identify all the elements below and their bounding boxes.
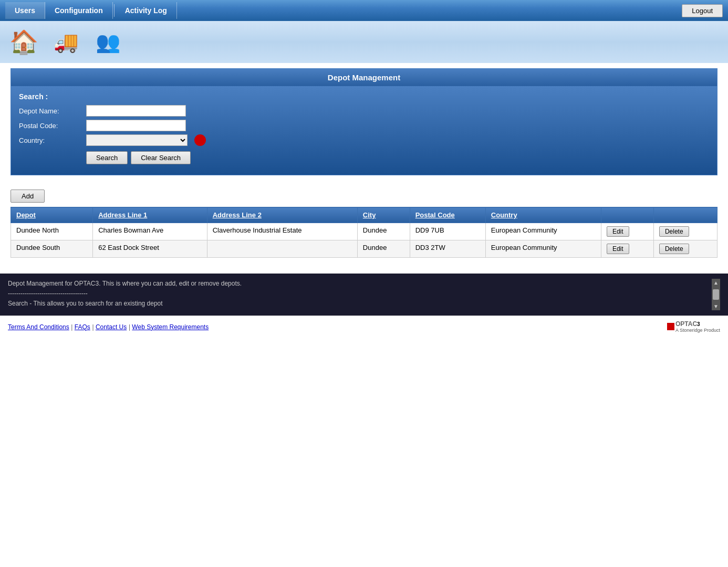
optac-logo-text: OPTAC xyxy=(675,320,697,328)
cell-postal: DD9 7UB xyxy=(410,223,485,240)
cell-country: European Community xyxy=(485,223,601,240)
depot-name-row: Depot Name: xyxy=(19,105,709,117)
main-content: Depot Management Search : Depot Name: Po… xyxy=(0,63,728,263)
search-button[interactable]: Search xyxy=(86,151,128,164)
terms-link[interactable]: Terms And Conditions xyxy=(8,323,69,331)
footer-text: Depot Management for OPTAC3. This is whe… xyxy=(8,279,712,309)
cell-country: European Community xyxy=(485,240,601,258)
cell-depot: Dundee North xyxy=(11,223,93,240)
cell-delete: Delete xyxy=(653,223,717,240)
table-header-row: Depot Address Line 1 Address Line 2 City… xyxy=(11,207,717,223)
cell-city: Dundee xyxy=(357,240,410,258)
cell-address1: 62 East Dock Street xyxy=(93,240,207,258)
optac-logo-sup: 3 xyxy=(697,321,700,327)
country-row: Country: European Community xyxy=(19,134,709,146)
search-buttons: Search Clear Search xyxy=(86,151,709,164)
footer-info-box: Depot Management for OPTAC3. This is whe… xyxy=(0,274,728,316)
edit-button[interactable]: Edit xyxy=(607,226,629,237)
nav-tab-activity-log[interactable]: Activity Log xyxy=(116,2,177,19)
delete-button[interactable]: Delete xyxy=(659,226,689,237)
cell-address1: Charles Bowman Ave xyxy=(93,223,207,240)
postal-code-row: Postal Code: xyxy=(19,120,709,131)
faqs-link[interactable]: FAQs xyxy=(75,323,90,331)
panel-title: Depot Management xyxy=(11,69,717,86)
cell-edit: Edit xyxy=(601,223,653,240)
table-row: Dundee South 62 East Dock Street Dundee … xyxy=(11,240,717,258)
table-row: Dundee North Charles Bowman Ave Claverho… xyxy=(11,223,717,240)
depots-table: Depot Address Line 1 Address Line 2 City… xyxy=(11,207,717,258)
depot-name-label: Depot Name: xyxy=(19,107,82,115)
search-heading: Search : xyxy=(19,92,709,101)
col-postal[interactable]: Postal Code xyxy=(410,207,485,223)
delete-button[interactable]: Delete xyxy=(659,244,689,254)
col-delete-header xyxy=(653,207,717,223)
footer-links-bar: Terms And Conditions | FAQs | Contact Us… xyxy=(0,316,728,337)
search-form: Depot Name: Postal Code: Country: Europe… xyxy=(19,105,709,164)
col-address1[interactable]: Address Line 1 xyxy=(93,207,207,223)
country-select[interactable]: European Community xyxy=(86,134,188,146)
cell-depot: Dundee South xyxy=(11,240,93,258)
contact-link[interactable]: Contact Us xyxy=(96,323,127,331)
cell-delete: Delete xyxy=(653,240,717,258)
depot-management-panel: Depot Management Search : Depot Name: Po… xyxy=(11,68,717,175)
logout-button[interactable]: Logout xyxy=(682,4,723,17)
nav-divider xyxy=(114,4,115,17)
add-button[interactable]: Add xyxy=(11,190,45,203)
people-icon[interactable]: 👥 xyxy=(92,26,123,58)
postal-code-input[interactable] xyxy=(86,120,186,131)
cell-postal: DD3 2TW xyxy=(410,240,485,258)
col-depot[interactable]: Depot xyxy=(11,207,93,223)
home-icon[interactable]: 🏠 xyxy=(8,26,39,58)
nav-tab-users[interactable]: Users xyxy=(5,2,45,19)
country-label: Country: xyxy=(19,136,82,144)
depot-name-input[interactable] xyxy=(86,105,186,117)
col-city[interactable]: City xyxy=(357,207,410,223)
optac-logo-sub: A Stoneridge Product xyxy=(675,328,720,333)
nav-tab-configuration[interactable]: Configuration xyxy=(45,2,113,19)
col-country[interactable]: Country xyxy=(485,207,601,223)
cell-address2 xyxy=(207,240,357,258)
cell-city: Dundee xyxy=(357,223,410,240)
clear-search-button[interactable]: Clear Search xyxy=(131,151,191,164)
edit-button[interactable]: Edit xyxy=(607,244,629,254)
optac-logo-info: OPTAC 3 A Stoneridge Product xyxy=(675,320,720,333)
cell-edit: Edit xyxy=(601,240,653,258)
optac-logo-box xyxy=(667,323,674,330)
footer-scrollbar[interactable]: ▲ ▼ xyxy=(712,279,720,310)
panel-body: Search : Depot Name: Postal Code: Countr… xyxy=(11,86,717,175)
col-address2[interactable]: Address Line 2 xyxy=(207,207,357,223)
truck-icon[interactable]: 🚚 xyxy=(50,26,81,58)
col-edit-header xyxy=(601,207,653,223)
postal-code-label: Postal Code: xyxy=(19,122,82,130)
top-navigation: Users Configuration Activity Log Logout xyxy=(0,0,728,21)
footer-links-left: Terms And Conditions | FAQs | Contact Us… xyxy=(8,323,209,331)
icon-bar: 🏠 🚚 👥 xyxy=(0,21,728,63)
optac-logo: OPTAC 3 A Stoneridge Product xyxy=(667,320,720,333)
cursor-indicator xyxy=(194,134,206,146)
requirements-link[interactable]: Web System Requirements xyxy=(132,323,209,331)
cell-address2: Claverhouse Industrial Estate xyxy=(207,223,357,240)
